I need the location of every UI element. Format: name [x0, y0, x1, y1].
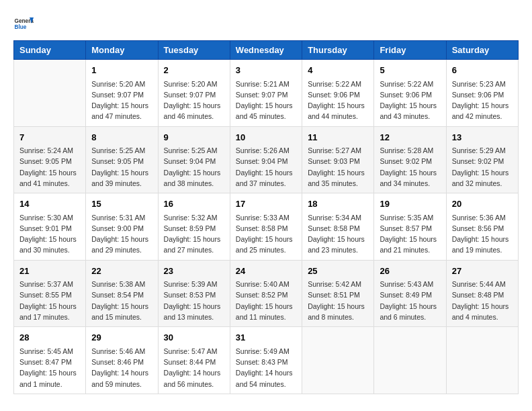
- day-info: Sunrise: 5:30 AM Sunset: 9:01 PM Dayligh…: [19, 212, 80, 256]
- calendar-cell: 5Sunrise: 5:22 AM Sunset: 9:06 PM Daylig…: [374, 60, 446, 127]
- day-info: Sunrise: 5:43 AM Sunset: 8:49 PM Dayligh…: [380, 279, 440, 322]
- calendar-cell: [14, 60, 86, 127]
- calendar-cell: 16Sunrise: 5:32 AM Sunset: 8:59 PM Dayli…: [158, 193, 230, 261]
- day-number: 13: [452, 131, 513, 144]
- day-info: Sunrise: 5:27 AM Sunset: 9:03 PM Dayligh…: [308, 145, 368, 189]
- day-number: 19: [380, 197, 440, 211]
- calendar-cell: 4Sunrise: 5:22 AM Sunset: 9:06 PM Daylig…: [302, 60, 374, 127]
- day-info: Sunrise: 5:25 AM Sunset: 9:04 PM Dayligh…: [164, 145, 224, 189]
- day-info: Sunrise: 5:34 AM Sunset: 8:58 PM Dayligh…: [308, 212, 368, 256]
- day-number: 17: [236, 197, 296, 211]
- day-info: Sunrise: 5:21 AM Sunset: 9:07 PM Dayligh…: [236, 79, 296, 122]
- day-number: 26: [380, 265, 440, 278]
- day-info: Sunrise: 5:49 AM Sunset: 8:43 PM Dayligh…: [236, 346, 296, 390]
- calendar-cell: 2Sunrise: 5:20 AM Sunset: 9:07 PM Daylig…: [158, 60, 230, 127]
- calendar-cell: 29Sunrise: 5:46 AM Sunset: 8:46 PM Dayli…: [86, 327, 158, 394]
- day-info: Sunrise: 5:36 AM Sunset: 8:56 PM Dayligh…: [452, 212, 513, 256]
- calendar-cell: 22Sunrise: 5:38 AM Sunset: 8:54 PM Dayli…: [86, 260, 158, 327]
- calendar-cell: 1Sunrise: 5:20 AM Sunset: 9:07 PM Daylig…: [86, 60, 158, 127]
- day-number: 3: [236, 64, 296, 77]
- day-number: 14: [19, 197, 80, 211]
- day-info: Sunrise: 5:22 AM Sunset: 9:06 PM Dayligh…: [380, 79, 440, 122]
- calendar-cell: 9Sunrise: 5:25 AM Sunset: 9:04 PM Daylig…: [158, 126, 230, 193]
- day-number: 24: [236, 265, 296, 278]
- col-header-friday: Friday: [374, 41, 446, 60]
- calendar-cell: 20Sunrise: 5:36 AM Sunset: 8:56 PM Dayli…: [446, 193, 518, 261]
- calendar-cell: 26Sunrise: 5:43 AM Sunset: 8:49 PM Dayli…: [374, 260, 446, 327]
- calendar-cell: 31Sunrise: 5:49 AM Sunset: 8:43 PM Dayli…: [230, 327, 302, 394]
- day-info: Sunrise: 5:26 AM Sunset: 9:04 PM Dayligh…: [236, 145, 296, 189]
- day-number: 11: [308, 131, 368, 144]
- day-info: Sunrise: 5:23 AM Sunset: 9:06 PM Dayligh…: [452, 79, 513, 122]
- day-number: 18: [308, 197, 368, 211]
- calendar-cell: 12Sunrise: 5:28 AM Sunset: 9:02 PM Dayli…: [374, 126, 446, 193]
- calendar-week-4: 21Sunrise: 5:37 AM Sunset: 8:55 PM Dayli…: [14, 260, 519, 327]
- calendar-cell: 19Sunrise: 5:35 AM Sunset: 8:57 PM Dayli…: [374, 193, 446, 261]
- day-number: 28: [19, 331, 80, 345]
- day-info: Sunrise: 5:20 AM Sunset: 9:07 PM Dayligh…: [91, 79, 152, 122]
- calendar-cell: 6Sunrise: 5:23 AM Sunset: 9:06 PM Daylig…: [446, 60, 518, 127]
- calendar-cell: 28Sunrise: 5:45 AM Sunset: 8:47 PM Dayli…: [14, 327, 86, 394]
- calendar-week-3: 14Sunrise: 5:30 AM Sunset: 9:01 PM Dayli…: [14, 193, 519, 261]
- calendar-cell: 10Sunrise: 5:26 AM Sunset: 9:04 PM Dayli…: [230, 126, 302, 193]
- day-number: 20: [452, 197, 513, 211]
- col-header-wednesday: Wednesday: [230, 41, 302, 60]
- day-info: Sunrise: 5:20 AM Sunset: 9:07 PM Dayligh…: [164, 79, 224, 122]
- calendar-cell: 13Sunrise: 5:29 AM Sunset: 9:02 PM Dayli…: [446, 126, 518, 193]
- day-number: 16: [164, 197, 224, 211]
- day-info: Sunrise: 5:42 AM Sunset: 8:51 PM Dayligh…: [308, 279, 368, 322]
- day-number: 6: [452, 64, 513, 77]
- day-number: 27: [452, 265, 513, 278]
- calendar-cell: [374, 327, 446, 394]
- day-number: 8: [91, 131, 152, 144]
- calendar-cell: 25Sunrise: 5:42 AM Sunset: 8:51 PM Dayli…: [302, 260, 374, 327]
- calendar-cell: 27Sunrise: 5:44 AM Sunset: 8:48 PM Dayli…: [446, 260, 518, 327]
- col-header-monday: Monday: [86, 41, 158, 60]
- day-number: 23: [164, 265, 224, 278]
- day-info: Sunrise: 5:37 AM Sunset: 8:55 PM Dayligh…: [19, 279, 80, 322]
- calendar-cell: 15Sunrise: 5:31 AM Sunset: 9:00 PM Dayli…: [86, 193, 158, 261]
- day-info: Sunrise: 5:28 AM Sunset: 9:02 PM Dayligh…: [380, 145, 440, 189]
- day-number: 25: [308, 265, 368, 278]
- calendar-cell: 23Sunrise: 5:39 AM Sunset: 8:53 PM Dayli…: [158, 260, 230, 327]
- calendar-cell: 8Sunrise: 5:25 AM Sunset: 9:05 PM Daylig…: [86, 126, 158, 193]
- col-header-saturday: Saturday: [446, 41, 518, 60]
- day-info: Sunrise: 5:38 AM Sunset: 8:54 PM Dayligh…: [91, 279, 152, 322]
- day-info: Sunrise: 5:32 AM Sunset: 8:59 PM Dayligh…: [164, 212, 224, 256]
- calendar-cell: 24Sunrise: 5:40 AM Sunset: 8:52 PM Dayli…: [230, 260, 302, 327]
- day-info: Sunrise: 5:33 AM Sunset: 8:58 PM Dayligh…: [236, 212, 296, 256]
- col-header-tuesday: Tuesday: [158, 41, 230, 60]
- calendar-cell: 11Sunrise: 5:27 AM Sunset: 9:03 PM Dayli…: [302, 126, 374, 193]
- day-info: Sunrise: 5:39 AM Sunset: 8:53 PM Dayligh…: [164, 279, 224, 322]
- day-number: 1: [91, 64, 152, 77]
- day-number: 31: [236, 331, 296, 345]
- day-number: 5: [380, 64, 440, 77]
- calendar-cell: 7Sunrise: 5:24 AM Sunset: 9:05 PM Daylig…: [14, 126, 86, 193]
- day-info: Sunrise: 5:44 AM Sunset: 8:48 PM Dayligh…: [452, 279, 513, 322]
- day-number: 2: [164, 64, 224, 77]
- calendar-cell: 30Sunrise: 5:47 AM Sunset: 8:44 PM Dayli…: [158, 327, 230, 394]
- day-info: Sunrise: 5:22 AM Sunset: 9:06 PM Dayligh…: [308, 79, 368, 122]
- day-number: 10: [236, 131, 296, 144]
- day-number: 21: [19, 265, 80, 278]
- col-header-sunday: Sunday: [14, 41, 86, 60]
- day-info: Sunrise: 5:47 AM Sunset: 8:44 PM Dayligh…: [164, 346, 224, 390]
- day-info: Sunrise: 5:29 AM Sunset: 9:02 PM Dayligh…: [452, 145, 513, 189]
- calendar-cell: [302, 327, 374, 394]
- day-info: Sunrise: 5:46 AM Sunset: 8:46 PM Dayligh…: [91, 346, 152, 390]
- calendar-week-5: 28Sunrise: 5:45 AM Sunset: 8:47 PM Dayli…: [14, 327, 519, 394]
- calendar-cell: 17Sunrise: 5:33 AM Sunset: 8:58 PM Dayli…: [230, 193, 302, 261]
- day-number: 30: [164, 331, 224, 345]
- calendar-week-1: 1Sunrise: 5:20 AM Sunset: 9:07 PM Daylig…: [14, 60, 519, 127]
- svg-text:Blue: Blue: [15, 24, 27, 30]
- day-info: Sunrise: 5:25 AM Sunset: 9:05 PM Dayligh…: [91, 145, 152, 189]
- calendar-table: SundayMondayTuesdayWednesdayThursdayFrid…: [13, 40, 519, 394]
- day-number: 7: [19, 131, 80, 144]
- calendar-cell: 21Sunrise: 5:37 AM Sunset: 8:55 PM Dayli…: [14, 260, 86, 327]
- calendar-cell: 3Sunrise: 5:21 AM Sunset: 9:07 PM Daylig…: [230, 60, 302, 127]
- day-number: 15: [91, 197, 152, 211]
- day-number: 12: [380, 131, 440, 144]
- col-header-thursday: Thursday: [302, 41, 374, 60]
- day-number: 22: [91, 265, 152, 278]
- calendar-week-2: 7Sunrise: 5:24 AM Sunset: 9:05 PM Daylig…: [14, 126, 519, 193]
